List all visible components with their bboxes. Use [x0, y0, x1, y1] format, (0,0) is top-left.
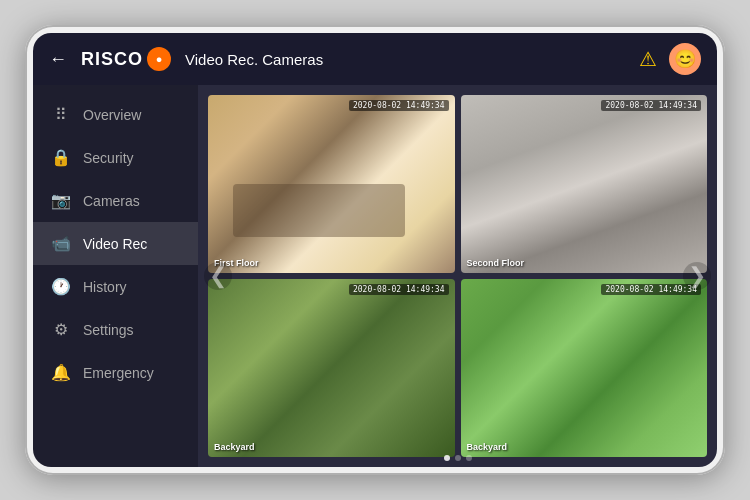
page-dot-2[interactable] [455, 455, 461, 461]
page-dot-3[interactable] [466, 455, 472, 461]
sidebar-label-cameras: Cameras [83, 193, 140, 209]
back-icon: ← [49, 49, 67, 70]
overview-icon: ⠿ [51, 105, 71, 124]
logo-icon: ● [147, 47, 171, 71]
sidebar-item-settings[interactable]: ⚙ Settings [33, 308, 198, 351]
sidebar-item-emergency[interactable]: 🔔 Emergency [33, 351, 198, 394]
sidebar-label-emergency: Emergency [83, 365, 154, 381]
tablet-frame: ← RISCO ● Video Rec. Cameras ⚠ 😊 ⠿ Overv… [25, 25, 725, 475]
prev-arrow[interactable]: ❮ [204, 262, 232, 290]
back-button[interactable]: ← [49, 49, 67, 70]
camera-cell-3[interactable]: 2020-08-02 14:49:34 Backyard [208, 279, 455, 457]
camera-grid: 2020-08-02 14:49:34 First Floor 2020-08-… [208, 95, 707, 457]
cam3-timestamp: 2020-08-02 14:49:34 [349, 284, 449, 295]
security-icon: 🔒 [51, 148, 71, 167]
sidebar-item-cameras[interactable]: 📷 Cameras [33, 179, 198, 222]
sidebar-label-videorec: Video Rec [83, 236, 147, 252]
emergency-icon: 🔔 [51, 363, 71, 382]
history-icon: 🕐 [51, 277, 71, 296]
cam3-label: Backyard [214, 442, 255, 452]
camera-content: ❮ 2020-08-02 14:49:34 First Floor 2020-0… [198, 85, 717, 467]
sidebar-label-overview: Overview [83, 107, 141, 123]
sidebar: ⠿ Overview 🔒 Security 📷 Cameras 📹 Video … [33, 85, 198, 467]
sidebar-item-security[interactable]: 🔒 Security [33, 136, 198, 179]
page-title: Video Rec. Cameras [185, 51, 625, 68]
camera-cell-1[interactable]: 2020-08-02 14:49:34 First Floor [208, 95, 455, 273]
header: ← RISCO ● Video Rec. Cameras ⚠ 😊 [33, 33, 717, 85]
app-container: ← RISCO ● Video Rec. Cameras ⚠ 😊 ⠿ Overv… [33, 33, 717, 467]
pagination [444, 455, 472, 461]
sidebar-label-settings: Settings [83, 322, 134, 338]
main-layout: ⠿ Overview 🔒 Security 📷 Cameras 📹 Video … [33, 85, 717, 467]
sidebar-label-security: Security [83, 150, 134, 166]
alert-icon[interactable]: ⚠ [639, 47, 657, 71]
cam2-label: Second Floor [467, 258, 525, 268]
logo: RISCO ● [81, 47, 171, 71]
sidebar-item-videorec[interactable]: 📹 Video Rec [33, 222, 198, 265]
settings-icon: ⚙ [51, 320, 71, 339]
camera-cell-4[interactable]: 2020-08-02 14:49:34 Backyard [461, 279, 708, 457]
videorec-icon: 📹 [51, 234, 71, 253]
next-arrow[interactable]: ❯ [683, 262, 711, 290]
sidebar-item-history[interactable]: 🕐 History [33, 265, 198, 308]
logo-text: RISCO [81, 49, 143, 70]
sidebar-label-history: History [83, 279, 127, 295]
cam2-timestamp: 2020-08-02 14:49:34 [601, 100, 701, 111]
header-icons: ⚠ 😊 [639, 43, 701, 75]
camera-cell-2[interactable]: 2020-08-02 14:49:34 Second Floor [461, 95, 708, 273]
cameras-icon: 📷 [51, 191, 71, 210]
cam1-timestamp: 2020-08-02 14:49:34 [349, 100, 449, 111]
avatar[interactable]: 😊 [669, 43, 701, 75]
page-dot-1[interactable] [444, 455, 450, 461]
sidebar-item-overview[interactable]: ⠿ Overview [33, 93, 198, 136]
cam4-label: Backyard [467, 442, 508, 452]
